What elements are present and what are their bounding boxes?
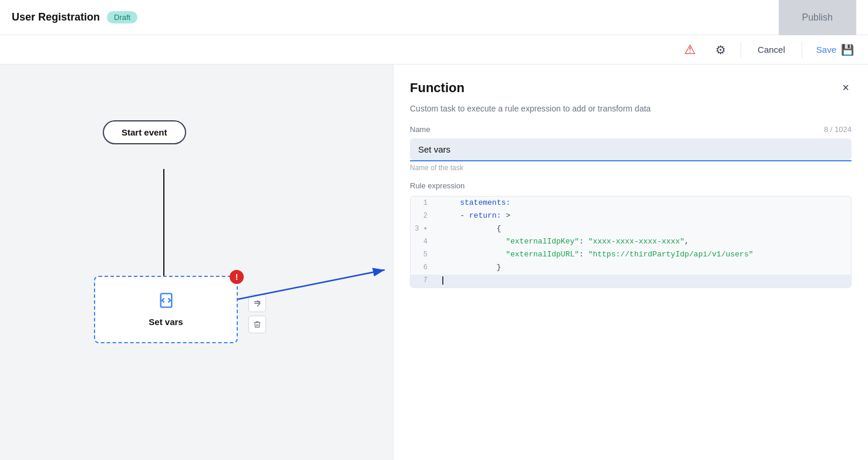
toolbar-divider — [741, 42, 741, 58]
name-underline — [410, 160, 852, 161]
name-counter: 8 / 1024 — [824, 125, 852, 134]
name-input-wrapper — [410, 138, 852, 161]
start-event-label: Start event — [122, 127, 167, 137]
name-field-label: Name 8 / 1024 — [410, 125, 852, 134]
name-section: Name 8 / 1024 Name of the task — [393, 125, 868, 181]
code-line-3: 3 ▾ { — [411, 222, 851, 235]
line-content-7 — [437, 275, 448, 288]
save-icon: 💾 — [841, 43, 854, 56]
panel-title: Function — [410, 80, 465, 96]
save-label: Save — [816, 45, 836, 55]
flow-arrow — [163, 169, 164, 283]
panel-header: Function × — [393, 65, 868, 104]
set-vars-label: Set vars — [149, 317, 183, 327]
sub-toolbar: ⚠ ⚙ Cancel Save 💾 — [0, 35, 868, 65]
node-actions — [248, 295, 266, 333]
code-lines: 1 statements: 2 - return: > 3 ▾ { — [411, 197, 851, 288]
line-number-7: 7 — [411, 275, 437, 286]
error-icon: ⚠ — [684, 42, 696, 58]
code-line-6: 6 } — [411, 261, 851, 274]
line-number-2: 2 — [411, 210, 437, 222]
node-delete-button[interactable] — [248, 316, 266, 333]
line-content-6: } — [437, 261, 506, 274]
start-event-node[interactable]: Start event — [103, 120, 186, 144]
code-line-4: 4 "externalIdpKey": "xxxx-xxxx-xxxx-xxxx… — [411, 235, 851, 248]
code-editor[interactable]: 1 statements: 2 - return: > 3 ▾ { — [410, 196, 852, 288]
line-content-4: "externalIdpKey": "xxxx-xxxx-xxxx-xxxx", — [437, 235, 694, 248]
save-button[interactable]: Save 💾 — [812, 40, 859, 60]
workflow-title: User Registration — [12, 11, 100, 23]
line-content-2: - return: > — [437, 209, 515, 222]
rule-section: Rule expression 1 statements: 2 - return… — [393, 181, 868, 460]
top-bar: User Registration Draft Publish — [0, 0, 868, 35]
line-number-3: 3 ▾ — [411, 223, 437, 235]
draft-badge: Draft — [107, 11, 137, 23]
line-content-3: { — [437, 222, 506, 235]
cancel-button[interactable]: Cancel — [751, 41, 792, 58]
line-content-5: "externalIdpURL": "https://thirdPartyIdp… — [437, 248, 758, 261]
canvas[interactable]: Start event ! Set vars — [0, 65, 393, 460]
panel-subtitle: Custom task to execute a rule expression… — [393, 104, 868, 125]
line-content-1: statements: — [437, 197, 515, 209]
publish-button[interactable]: Publish — [779, 0, 856, 35]
code-line-7: 7 — [411, 275, 851, 288]
top-bar-left: User Registration Draft — [12, 11, 779, 23]
line-number-5: 5 — [411, 249, 437, 261]
line-number-4: 4 — [411, 236, 437, 248]
error-indicator[interactable]: ⚠ — [679, 39, 701, 60]
name-label-text: Name — [410, 125, 430, 134]
rule-label: Rule expression — [410, 181, 852, 190]
gear-icon: ⚙ — [715, 43, 726, 57]
node-connect-button[interactable] — [248, 295, 266, 312]
line-number-6: 6 — [411, 262, 437, 273]
name-input[interactable] — [410, 138, 852, 160]
code-file-icon — [158, 292, 174, 312]
settings-button[interactable]: ⚙ — [710, 39, 731, 60]
node-error-badge: ! — [230, 270, 244, 284]
name-hint: Name of the task — [410, 164, 852, 172]
right-panel: Function × Custom task to execute a rule… — [393, 65, 868, 460]
code-line-1: 1 statements: — [411, 197, 851, 209]
code-line-5: 5 "externalIdpURL": "https://thirdPartyI… — [411, 248, 851, 261]
set-vars-node[interactable]: ! Set vars — [94, 276, 238, 343]
close-button[interactable]: × — [840, 79, 852, 97]
code-line-2: 2 - return: > — [411, 209, 851, 222]
line-number-1: 1 — [411, 197, 437, 209]
toolbar-divider-2 — [802, 42, 802, 58]
main-area: Start event ! Set vars — [0, 65, 868, 460]
